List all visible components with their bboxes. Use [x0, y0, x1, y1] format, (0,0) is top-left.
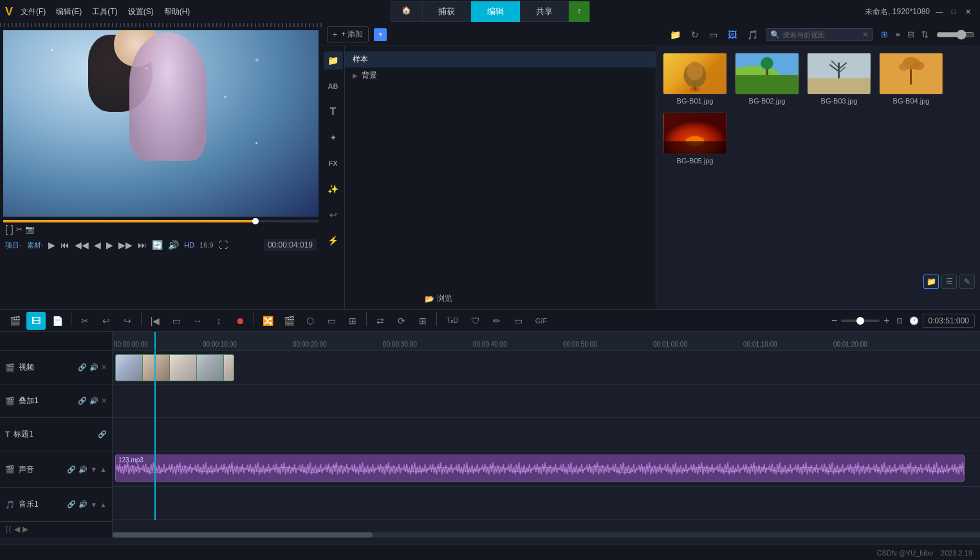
tl-btn-grid[interactable]: ⊞	[343, 312, 362, 330]
browse-btn[interactable]: 📂 浏览	[425, 293, 452, 304]
music-track-lock-btn[interactable]: ▲	[100, 501, 107, 509]
video-track-mute-btn[interactable]: 🔊	[89, 363, 98, 372]
tl-btn-pen[interactable]: ✏	[487, 312, 506, 330]
play-btn[interactable]: ▶	[48, 240, 55, 250]
track-nav-fwd-btn[interactable]: ▶	[23, 525, 28, 534]
sidebar-icon-undo[interactable]: ↩	[324, 206, 343, 224]
timeline-content[interactable]: 00:00:00:00 00:00:10:00 00:00:20:00 00:0…	[113, 332, 980, 537]
zoom-out-btn[interactable]: −	[831, 315, 837, 327]
tl-btn-to-start[interactable]: |◀	[145, 312, 165, 330]
tab-capture[interactable]: 捕获	[422, 1, 471, 22]
track-nav-back-btn[interactable]: ◀	[14, 525, 20, 534]
tl-btn-sticker[interactable]: ⬡	[300, 312, 320, 330]
search-input[interactable]	[782, 31, 860, 39]
tl-btn-redo[interactable]: ↪	[118, 312, 137, 330]
search-clear-btn[interactable]: ✕	[862, 30, 869, 39]
zoom-fit-btn[interactable]: ⊡	[896, 316, 903, 325]
audio-track-mute-btn[interactable]: 🔊	[79, 465, 88, 474]
audio-track-link-btn[interactable]: 🔗	[67, 465, 76, 474]
track-nav-prev-btn[interactable]: ⟨⟨	[5, 525, 12, 534]
music-track-expand-btn[interactable]: ▼	[90, 501, 97, 509]
sidebar-icon-media[interactable]: 📁	[324, 51, 343, 69]
tl-btn-shield[interactable]: 🛡	[466, 312, 485, 330]
filter-btn[interactable]: ▼	[374, 28, 387, 41]
thumbnail-size-slider[interactable]	[936, 30, 975, 40]
zoom-slider[interactable]	[841, 320, 880, 322]
close-btn[interactable]: ✕	[963, 7, 972, 16]
forward-btn[interactable]: ▶	[106, 240, 113, 250]
zoom-in-btn[interactable]: +	[883, 315, 889, 327]
audio-track-lock-btn[interactable]: ▲	[100, 465, 107, 473]
menu-edit[interactable]: 编辑(E)	[56, 6, 82, 17]
tree-item-background[interactable]: ▶ 背景	[345, 68, 656, 84]
loop-btn[interactable]: 🔄	[152, 240, 163, 250]
snapshot-btn[interactable]: 📷	[25, 225, 35, 234]
view-mode-edit-btn[interactable]: ✎	[959, 275, 975, 289]
timeline-scrollbar[interactable]	[113, 532, 980, 537]
sidebar-icon-text[interactable]: AB	[324, 77, 343, 95]
tl-btn-mix[interactable]: 🔀	[258, 312, 277, 330]
tab-edit[interactable]: 编辑	[471, 1, 520, 22]
tab-share[interactable]: 共享	[520, 1, 569, 22]
upload-btn[interactable]: ↑	[569, 1, 590, 22]
fullscreen-btn[interactable]: ⛶	[219, 240, 228, 250]
fast-forward-btn[interactable]: ▶▶	[118, 240, 133, 250]
sidebar-icon-title[interactable]: T	[324, 103, 343, 121]
media-item-bg01[interactable]: BG-B01.jpg	[663, 53, 727, 105]
timeline-ruler[interactable]: 00:00:00:00 00:00:10:00 00:00:20:00 00:0…	[113, 332, 980, 351]
refresh-icon-btn[interactable]: ↻	[689, 28, 701, 41]
volume-btn[interactable]: 🔊	[168, 240, 179, 250]
menu-file[interactable]: 文件(F)	[21, 6, 46, 17]
tl-btn-cut[interactable]: ✂	[75, 312, 95, 330]
view-large-grid-btn[interactable]: ⊞	[878, 28, 891, 41]
tl-btn-rect[interactable]: ▭	[322, 312, 341, 330]
maximize-btn[interactable]: □	[949, 7, 958, 16]
tl-btn-gif[interactable]: GIF	[530, 312, 553, 330]
view-sort-btn[interactable]: ⇅	[919, 28, 931, 41]
sidebar-icon-speed[interactable]: ⚡	[324, 231, 343, 249]
sidebar-icon-transitions[interactable]: ✨	[324, 180, 343, 198]
video-track-row[interactable]	[113, 351, 980, 384]
view-small-grid-btn[interactable]: ⊟	[905, 28, 917, 41]
menu-settings[interactable]: 设置(S)	[128, 6, 154, 17]
prev-frame-btn[interactable]: ⏮	[60, 240, 69, 250]
audio-clip-main[interactable]: 123.mp3	[115, 455, 965, 482]
media-item-bg05[interactable]: BG-B05.jpg	[663, 113, 727, 165]
quality-btn[interactable]: HD	[184, 241, 194, 249]
video-track-link-btn[interactable]: 🔗	[78, 363, 87, 372]
video-clip-1[interactable]	[115, 354, 234, 381]
overlay-track-mute-btn[interactable]: 🔊	[89, 397, 98, 405]
tl-btn-copy[interactable]: 📄	[48, 312, 67, 330]
zoom-clock-btn[interactable]: 🕐	[909, 316, 919, 325]
tl-btn-split[interactable]: ↔	[188, 312, 207, 330]
image-icon-btn[interactable]: 🖼	[725, 28, 739, 41]
rewind-btn[interactable]: ◀	[94, 240, 101, 250]
tl-btn-timeline[interactable]: 🎞	[26, 312, 46, 330]
tl-btn-fit[interactable]: ▭	[167, 312, 186, 330]
title-track-row[interactable]	[113, 418, 980, 451]
add-media-btn[interactable]: + + 添加	[327, 26, 369, 42]
tl-btn-rotate[interactable]: ⟳	[392, 312, 411, 330]
tab-home[interactable]: 🏠	[391, 1, 422, 22]
bracket-right[interactable]: ]	[10, 224, 13, 235]
step-back-btn[interactable]: ◀◀	[75, 240, 89, 250]
music-track-row[interactable]	[113, 487, 980, 520]
media-item-bg03[interactable]: BG-B03.jpg	[807, 53, 871, 105]
menu-tools[interactable]: 工具(T)	[92, 6, 117, 17]
video-track-lock-btn[interactable]: ✕	[101, 363, 107, 372]
tl-btn-media[interactable]: 🎬	[5, 312, 24, 330]
minimize-btn[interactable]: —	[935, 7, 944, 16]
view-mode-folder-btn[interactable]: 📁	[923, 275, 939, 289]
overlay-track-link-btn[interactable]: 🔗	[78, 397, 87, 405]
audio-icon-btn[interactable]: 🎵	[744, 28, 761, 41]
bracket-left[interactable]: [	[5, 224, 8, 235]
progress-bar[interactable]	[3, 220, 319, 222]
clip-icon-btn[interactable]: ▭	[707, 28, 720, 41]
media-item-bg02[interactable]: BG-B02.jpg	[735, 53, 799, 105]
sidebar-icon-fx[interactable]: FX	[324, 154, 343, 172]
media-item-bg04[interactable]: BG-B04.jpg	[879, 53, 943, 105]
scissors-btn[interactable]: ✂	[16, 225, 23, 234]
tl-btn-3d[interactable]: T₃D	[441, 312, 464, 330]
sidebar-icon-effects[interactable]: ✦	[324, 129, 343, 147]
tl-btn-swap[interactable]: ⇄	[371, 312, 390, 330]
